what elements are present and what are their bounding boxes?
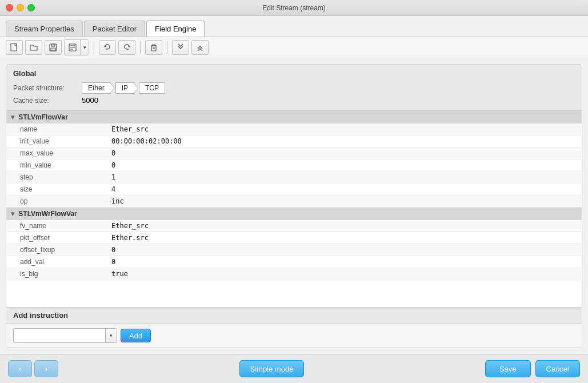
group-toggle-2[interactable]: ▾ [11,210,14,218]
bottom-bar: ‹ › Simple mode Save Cancel [0,354,588,383]
properties-table: ▾ STLVmFlowVar name Ether_src init_value… [6,111,582,280]
packet-badge-ip[interactable]: IP [115,82,134,94]
table-row: op inc [6,196,582,208]
svg-rect-0 [11,43,17,51]
row-key: op [6,196,98,208]
group-name-2: STLVmWrFlowVar [18,210,77,218]
move-up-button[interactable] [191,40,209,55]
add-instruction-label: Add instruction [6,307,582,323]
packet-badge-tcp[interactable]: TCP [139,82,165,94]
row-value: inc [98,196,582,208]
instruction-dropdown-button[interactable]: ▾ [105,329,117,342]
toolbar: ▾ [0,37,588,58]
move-down-button[interactable] [172,40,189,55]
save-button[interactable]: Save [485,360,531,377]
table-row: name Ether_src [6,123,582,135]
traffic-lights [6,4,35,11]
packet-badge-ether[interactable]: Ether [82,82,111,94]
new-button[interactable] [6,40,23,55]
table-row: fv_name Ether_src [6,220,582,232]
tab-packet-editor[interactable]: Packet Editor [84,21,145,37]
table-row: step 1 [6,171,582,183]
cache-size-label: Cache size: [13,97,82,105]
row-key: size [6,183,98,196]
packet-structure-label: Packet structure: [13,84,82,92]
packet-structure-row: Packet structure: Ether IP TCP [13,81,575,95]
row-value: Ether_src [98,123,582,135]
table-row: init_value 00:00:00:02:00:00 [6,135,582,147]
table-row: size 4 [6,183,582,196]
open-button[interactable] [25,40,42,55]
table-row: offset_fixup 0 [6,244,582,256]
toolbar-separator-2 [140,41,141,54]
row-value: 4 [98,183,582,196]
minimize-button[interactable] [17,4,24,11]
row-key: init_value [6,135,98,147]
instruction-input-group: ▾ [13,328,117,343]
tab-bar: Stream Properties Packet Editor Field En… [0,16,588,37]
tab-field-engine[interactable]: Field Engine [146,21,205,37]
svg-rect-3 [51,48,55,51]
group-header-stlvmflowvar[interactable]: ▾ STLVmFlowVar [6,111,582,123]
packet-structure: Ether IP TCP [82,82,165,94]
undo-button[interactable] [99,40,116,55]
row-key: is_big [6,268,98,280]
row-value: 1 [98,171,582,183]
right-buttons: Save Cancel [485,360,580,377]
row-value: Ether.src [98,232,582,244]
toolbar-separator-3 [167,41,167,54]
table-container: ▾ STLVmFlowVar name Ether_src init_value… [6,111,582,307]
row-key: step [6,171,98,183]
table-row: is_big true [6,268,582,280]
row-key: add_val [6,256,98,268]
add-instruction-button[interactable]: Add [121,329,151,342]
group-header-stlvmwrflowvar[interactable]: ▾ STLVmWrFlowVar [6,208,582,221]
table-row: min_value 0 [6,159,582,171]
content-area: Global Packet structure: Ether IP TCP Ca… [6,64,582,348]
row-key: name [6,123,98,135]
table-row: max_value 0 [6,147,582,159]
global-section: Global Packet structure: Ether IP TCP Ca… [6,65,582,111]
row-value: 0 [98,159,582,171]
instruction-input[interactable] [14,329,105,342]
redo-button[interactable] [118,40,135,55]
toolbar-separator-1 [94,41,94,54]
row-value: true [98,268,582,280]
add-instruction-row: ▾ Add [6,323,582,348]
export-dropdown-button[interactable]: ▾ [81,40,89,55]
table-row: pkt_offset Ether.src [6,232,582,244]
cache-size-row: Cache size: 5000 [13,95,575,106]
title-bar: Edit Stream (stream) [0,0,588,16]
nav-group: ‹ › [8,360,58,377]
prev-button[interactable]: ‹ [8,360,32,377]
tab-stream-properties[interactable]: Stream Properties [6,21,83,37]
cancel-button[interactable]: Cancel [535,360,580,377]
simple-mode-button[interactable]: Simple mode [239,360,305,377]
svg-rect-8 [151,46,156,51]
row-value: 00:00:00:02:00:00 [98,135,582,147]
export-main-button[interactable] [65,40,81,55]
row-value: Ether_src [98,220,582,232]
group-name-1: STLVmFlowVar [18,113,67,121]
window-title: Edit Stream (stream) [262,4,326,12]
cache-size-value: 5000 [82,96,98,105]
row-key: max_value [6,147,98,159]
row-value: 0 [98,256,582,268]
delete-button[interactable] [145,40,162,55]
close-button[interactable] [6,4,13,11]
table-row: add_val 0 [6,256,582,268]
row-value: 0 [98,244,582,256]
row-key: fv_name [6,220,98,232]
save-file-button[interactable] [45,40,62,55]
global-title: Global [13,69,575,78]
row-key: offset_fixup [6,244,98,256]
row-key: pkt_offset [6,232,98,244]
row-key: min_value [6,159,98,171]
next-button[interactable]: › [34,360,58,377]
svg-rect-2 [51,44,55,46]
maximize-button[interactable] [27,4,35,11]
group-toggle-1[interactable]: ▾ [11,113,14,121]
export-split-button[interactable]: ▾ [64,39,89,55]
row-value: 0 [98,147,582,159]
